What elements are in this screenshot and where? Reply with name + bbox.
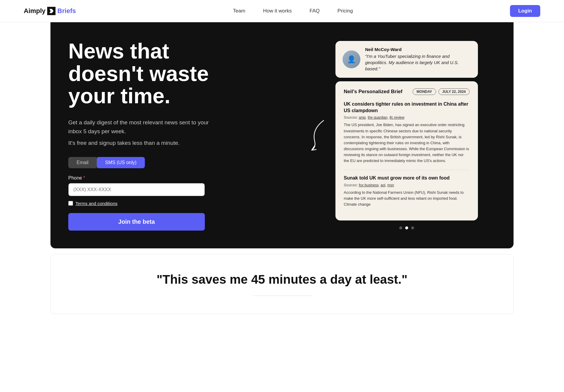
profile-quote: "I'm a YouTuber specializing in finance …: [365, 53, 471, 72]
news-headline-2: Sunak told UK must grow more of its own …: [344, 175, 470, 181]
phone-input[interactable]: [68, 183, 205, 196]
news-item-2: Sunak told UK must grow more of its own …: [344, 175, 470, 207]
news-divider: [344, 170, 470, 170]
carousel-dot-2[interactable]: [405, 226, 408, 229]
source-link-foxbiz[interactable]: fox business: [359, 183, 379, 187]
testimonial-section: "This saves me 45 minutes a day at least…: [50, 254, 514, 314]
brief-title: Neil's Personalized Brief: [344, 89, 403, 95]
hero-subtitle: Get a daily digest of the most relevant …: [68, 118, 223, 136]
channel-toggle: Email SMS (US only): [68, 157, 145, 168]
logo-text-blue: Briefs: [57, 7, 76, 15]
profile-name: Neil McCoy-Ward: [365, 47, 471, 52]
login-button[interactable]: Login: [510, 5, 540, 17]
source-link-aol[interactable]: aol: [381, 183, 385, 187]
news-sources-2: Sources: fox business, aol, msn: [344, 183, 470, 187]
news-body-2: According to the National Farmers Union …: [344, 190, 470, 207]
date-badge: JULY 22, 2024: [438, 88, 470, 95]
carousel-dot-1[interactable]: [399, 226, 402, 229]
logo-text-black: Aimply: [24, 7, 45, 15]
terms-checkbox[interactable]: [68, 201, 73, 206]
hero-right: 👤 Neil McCoy-Ward "I'm a YouTuber specia…: [324, 41, 490, 229]
source-link-msn[interactable]: msn: [387, 183, 394, 187]
nav-links: Team How it works FAQ Pricing: [233, 8, 353, 14]
day-badge: MONDAY: [413, 88, 436, 95]
hero-left: News that doesn't waste your time. Get a…: [68, 40, 223, 231]
avatar: 👤: [343, 50, 360, 68]
news-sources-1: Sources: amp, the guardian, ifc review: [344, 115, 470, 120]
logo[interactable]: Aimply Briefs: [24, 7, 76, 15]
source-link-amp[interactable]: amp: [359, 115, 366, 120]
sms-toggle-button[interactable]: SMS (US only): [97, 157, 145, 168]
profile-info: Neil McCoy-Ward "I'm a YouTuber speciali…: [365, 47, 471, 72]
source-link-guardian[interactable]: the guardian: [368, 115, 388, 120]
required-star: *: [83, 175, 85, 181]
nav-how-it-works[interactable]: How it works: [263, 8, 291, 14]
brief-header: Neil's Personalized Brief MONDAY JULY 22…: [344, 88, 470, 95]
news-body-1: The US president, Joe Biden, has signed …: [344, 122, 470, 164]
nav-pricing[interactable]: Pricing: [338, 8, 353, 14]
nav-faq[interactable]: FAQ: [310, 8, 320, 14]
terms-row: Terms and conditions: [68, 201, 223, 206]
testimonial-divider: [252, 296, 312, 296]
avatar-image: 👤: [343, 50, 360, 68]
profile-card: 👤 Neil McCoy-Ward "I'm a YouTuber specia…: [335, 41, 478, 78]
testimonial-text: "This saves me 45 minutes a day at least…: [75, 272, 489, 287]
terms-link[interactable]: Terms and conditions: [75, 201, 118, 206]
navbar: Aimply Briefs Team How it works FAQ Pric…: [0, 0, 564, 22]
brief-card: Neil's Personalized Brief MONDAY JULY 22…: [335, 81, 478, 220]
phone-label-row: Phone *: [68, 175, 223, 181]
nav-team[interactable]: Team: [233, 8, 245, 14]
hero-subtitle2: It's free and signup takes less than a m…: [68, 140, 223, 146]
join-beta-button[interactable]: Join the beta: [68, 213, 205, 231]
logo-icon: [47, 7, 56, 15]
email-toggle-button[interactable]: Email: [68, 157, 97, 168]
arrow-icon: [306, 118, 329, 153]
hero-title: News that doesn't waste your time.: [68, 40, 223, 107]
source-link-ifc[interactable]: ifc review: [389, 115, 404, 120]
carousel-dot-3[interactable]: [411, 226, 414, 229]
news-headline-1: UK considers tighter rules on investment…: [344, 101, 470, 114]
carousel-dots: [399, 226, 414, 229]
hero-section: News that doesn't waste your time. Get a…: [50, 22, 514, 248]
brief-badges: MONDAY JULY 22, 2024: [413, 88, 470, 95]
news-item-1: UK considers tighter rules on investment…: [344, 101, 470, 164]
phone-label-text: Phone: [68, 175, 82, 181]
